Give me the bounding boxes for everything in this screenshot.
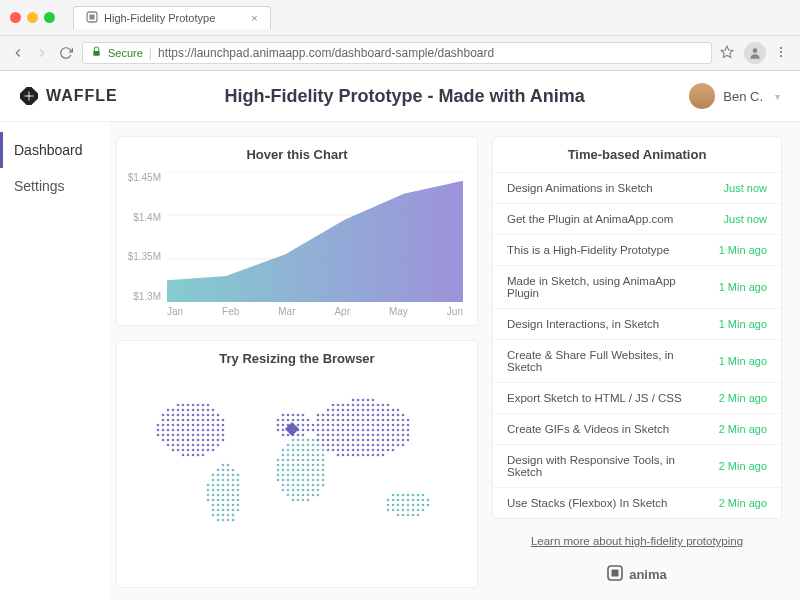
svg-point-294	[407, 439, 410, 442]
svg-point-16	[357, 399, 360, 402]
svg-point-382	[367, 454, 370, 457]
svg-point-202	[322, 429, 325, 432]
user-menu[interactable]: Ben C. ▾	[689, 83, 780, 109]
back-button[interactable]	[10, 45, 26, 61]
svg-point-513	[292, 499, 295, 502]
list-item[interactable]: Create GIFs & Videos in Sketch2 Min ago	[493, 413, 781, 444]
app-header: WAFFLE High-Fidelity Prototype - Made wi…	[0, 71, 800, 122]
svg-point-442	[232, 479, 235, 482]
svg-point-470	[207, 489, 210, 492]
svg-point-286	[367, 439, 370, 442]
svg-point-371	[302, 454, 305, 457]
svg-point-296	[172, 444, 175, 447]
svg-point-557	[222, 514, 225, 517]
svg-point-421	[322, 469, 325, 472]
brand-logo[interactable]: WAFFLE	[20, 87, 120, 105]
svg-point-536	[407, 504, 410, 507]
list-item[interactable]: Design Interactions, in Sketch1 Min ago	[493, 308, 781, 339]
svg-point-151	[222, 424, 225, 427]
svg-point-106	[197, 419, 200, 422]
svg-point-552	[412, 509, 415, 512]
svg-point-284	[357, 439, 360, 442]
area-chart[interactable]: $1.45M $1.4M $1.35M $1.3M	[117, 172, 477, 302]
svg-point-364	[192, 454, 195, 457]
window-minimize-button[interactable]	[27, 12, 38, 23]
svg-point-260	[172, 439, 175, 442]
svg-point-365	[197, 454, 200, 457]
svg-point-285	[362, 439, 365, 442]
url-text: https://launchpad.animaapp.com/dashboard…	[158, 46, 494, 60]
svg-point-307	[292, 444, 295, 447]
sidebar-item-dashboard[interactable]: Dashboard	[0, 132, 110, 168]
world-map[interactable]	[117, 376, 477, 556]
svg-point-107	[202, 419, 205, 422]
svg-point-170	[367, 424, 370, 427]
svg-point-266	[202, 439, 205, 442]
learn-more-link[interactable]: Learn more about high-fidelity prototypi…	[492, 535, 782, 547]
svg-point-45	[197, 409, 200, 412]
svg-point-279	[332, 439, 335, 442]
sidebar-item-settings[interactable]: Settings	[0, 168, 110, 204]
chevron-down-icon: ▾	[775, 91, 780, 102]
svg-point-249	[367, 434, 370, 437]
star-icon[interactable]	[720, 45, 736, 61]
window-maximize-button[interactable]	[44, 12, 55, 23]
browser-tab[interactable]: High-Fidelity Prototype ×	[73, 6, 271, 29]
list-item[interactable]: Use Stacks (Flexbox) In Sketch2 Min ago	[493, 487, 781, 518]
forward-button[interactable]	[34, 45, 50, 61]
svg-point-17	[362, 399, 365, 402]
svg-point-97	[397, 414, 400, 417]
svg-point-568	[232, 519, 235, 522]
svg-point-441	[227, 479, 230, 482]
svg-point-493	[292, 494, 295, 497]
svg-point-413	[282, 469, 285, 472]
svg-point-546	[237, 509, 240, 512]
svg-point-105	[192, 419, 195, 422]
svg-point-118	[307, 419, 310, 422]
window-close-button[interactable]	[10, 12, 21, 23]
list-item[interactable]: Get the Plugin at AnimaApp.comJust now	[493, 203, 781, 234]
svg-point-480	[297, 489, 300, 492]
list-item[interactable]: Design Animations in SketchJust now	[493, 172, 781, 203]
svg-point-394	[317, 459, 320, 462]
menu-icon[interactable]	[774, 45, 790, 61]
browser-chrome: High-Fidelity Prototype × Secure | https…	[0, 0, 800, 71]
svg-point-308	[297, 444, 300, 447]
svg-point-291	[392, 439, 395, 442]
address-bar[interactable]: Secure | https://launchpad.animaapp.com/…	[82, 42, 712, 64]
list-item[interactable]: This is a High-Fidelity Prototype1 Min a…	[493, 234, 781, 265]
svg-point-420	[317, 469, 320, 472]
svg-point-453	[322, 479, 325, 482]
svg-point-488	[222, 494, 225, 497]
svg-point-256	[402, 434, 405, 437]
anima-brand[interactable]: anima	[492, 565, 782, 584]
svg-point-28	[337, 404, 340, 407]
map-marker[interactable]	[285, 422, 299, 436]
close-icon[interactable]: ×	[251, 12, 257, 24]
list-item-text: Design Interactions, in Sketch	[507, 318, 659, 330]
svg-point-362	[182, 454, 185, 457]
list-item[interactable]: Made in Sketch, using AnimaApp Plugin1 M…	[493, 265, 781, 308]
list-item[interactable]: Export Sketch to HTML / JS / CSS2 Min ag…	[493, 382, 781, 413]
svg-point-566	[222, 519, 225, 522]
svg-point-462	[287, 484, 290, 487]
svg-point-316	[337, 444, 340, 447]
list-item-time: Just now	[724, 182, 767, 194]
list-item[interactable]: Design with Responsive Tools, in Sketch2…	[493, 444, 781, 487]
profile-icon[interactable]	[744, 42, 766, 64]
svg-point-23	[192, 404, 195, 407]
svg-point-148	[207, 424, 210, 427]
svg-point-218	[402, 429, 405, 432]
timeline-title: Time-based Animation	[493, 137, 781, 172]
list-item[interactable]: Create & Share Full Websites, in Sketch1…	[493, 339, 781, 382]
reload-button[interactable]	[58, 45, 74, 61]
svg-point-161	[322, 424, 325, 427]
svg-point-100	[167, 419, 170, 422]
svg-point-350	[337, 449, 340, 452]
svg-point-553	[417, 509, 420, 512]
svg-point-253	[387, 434, 390, 437]
svg-point-539	[422, 504, 425, 507]
svg-point-389	[292, 459, 295, 462]
svg-point-378	[347, 454, 350, 457]
svg-point-50	[332, 409, 335, 412]
